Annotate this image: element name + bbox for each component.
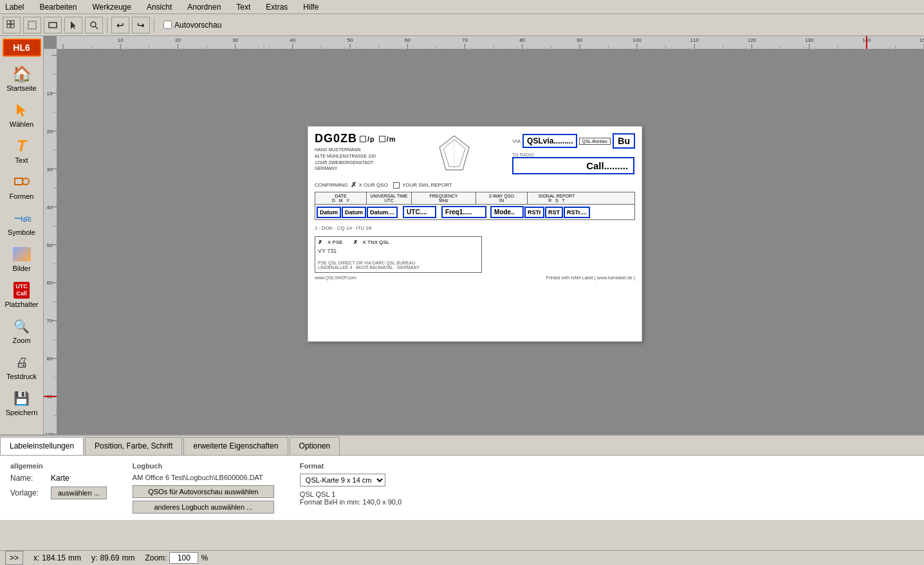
allgemein-section: allgemein Name: Karte Vorlage: auswählen… [10,462,107,514]
x-mark: ✗ [351,181,356,189]
date-m-field[interactable]: Datum [342,207,366,218]
bureau-box[interactable]: QSL-Bureau: [579,138,611,145]
home-icon: 🏠 [12,64,32,84]
format-dropdown[interactable]: QSL-Karte 9 x 14 cm [300,474,385,486]
zoom-input[interactable] [169,552,198,564]
sidebar-item-speichern[interactable]: 💾 Speichern [3,385,41,420]
sidebar-item-text[interactable]: T Text [3,133,41,167]
freq-field[interactable]: Freq1..... [441,206,486,218]
qso-autovorschau-btn[interactable]: QSOs für Autovorschau auswählen [133,485,274,498]
anderes-logbuch-btn[interactable]: anderes Logbuch auswählen ... [133,501,274,514]
col-utc: UNIVERSAL TIMEUTC [367,192,412,204]
status-bar: >> x: 184.15 mm y: 89.69 mm Zoom: % [0,550,924,565]
formen-icon [12,172,32,192]
cursor-btn[interactable] [64,17,82,33]
y-label: y: [91,553,97,562]
card-address: HANS MUSTERMANN ALTE MÜHLENSTRASSE 100 1… [315,147,396,172]
platzhalter-label: Platzhalter [5,301,39,308]
sidebar-item-testdruck[interactable]: 🖨 Testdruck [3,349,41,384]
card-bottom-area: J · DOK · CQ 14 · ITU 28 ✗ X PSE ✗ X TNX… [308,220,642,282]
bu-box[interactable]: Bu [613,133,635,149]
wahlen-label: Wählen [10,120,33,128]
tab-position-farbe[interactable]: Position, Farbe, Schrift [85,437,182,455]
bottom-addr: PSE QSL DIRECT OR VIA DARC QSL BUREAU LI… [318,261,479,270]
y-unit: mm [122,553,134,562]
hl6-label: HL6 [13,42,30,53]
tnx-check: ✗ [353,239,358,245]
svg-text:80: 80 [47,356,53,362]
sidebar-item-hl6[interactable]: HL6 [3,39,41,57]
svg-text:10: 10 [47,91,53,97]
sidebar-item-formen[interactable]: Formen [3,169,41,203]
mode-field[interactable]: Mode.. [490,206,524,218]
rst2-field[interactable]: RST [545,207,563,218]
ruler-top: 102030405060708090100110120130140150 [57,36,924,49]
undo-btn[interactable]: ↩ [111,17,129,33]
tab-labeleinstellungen[interactable]: Labeleinstellungen [0,437,84,455]
autopreview-checkbox[interactable] [163,21,172,29]
diamond-svg [438,134,470,173]
utc-field[interactable]: UTC.... [403,206,436,218]
swl-checkbox [393,182,400,189]
expand-btn[interactable]: >> [5,551,23,565]
svg-rect-4 [28,21,36,29]
x-coord: x: 184.15 mm [33,553,81,562]
sidebar-item-zoom[interactable]: 🔍 Zoom [3,313,41,347]
qsl-via-box[interactable]: QSLvia......... [522,134,577,148]
select-rect-btn[interactable] [23,17,41,33]
autopreview-label[interactable]: Autovorschau [174,21,221,30]
y-coord: y: 89.69 mm [91,553,134,562]
tab-erweitert[interactable]: erweiterte Eigenschaften [183,437,288,455]
svg-text:20: 20 [47,129,53,134]
qso-table: DATED M Y UNIVERSAL TIMEUTC FREQUENCYMHz… [315,192,635,220]
bottom-text: J · DOK · CQ 14 · ITU 28 ✗ X PSE ✗ X TNX… [315,223,482,280]
menu-ansicht[interactable]: Ansicht [144,1,174,13]
sidebar-item-symbole[interactable]: ~ NRDF Symbole [3,205,41,239]
sidebar-item-startseite[interactable]: 🏠 Startseite [3,60,41,95]
col-qso: 2-WAY QSOIN [476,192,528,204]
redo-btn[interactable]: ↪ [132,17,150,33]
svg-text:40: 40 [47,205,53,210]
menu-label[interactable]: Label [3,1,26,13]
svg-rect-180 [44,49,57,434]
svg-rect-1 [11,21,14,24]
svg-text:70: 70 [462,37,468,43]
tab-optionen[interactable]: Optionen [290,437,340,455]
svg-text:10: 10 [118,37,124,43]
sidebar-item-bilder[interactable]: Bilder [3,241,41,275]
vorlage-label: Vorlage: [10,488,46,497]
y-value: 89.69 [100,553,119,562]
menu-bearbeiten[interactable]: Bearbeiten [37,1,79,13]
call-field[interactable]: Call......... [512,157,634,174]
printed-with: Printed with HAM Label ( www.hamlabel.de… [546,223,635,280]
menu-werkzeuge[interactable]: Werkzeuge [89,1,133,13]
menu-text[interactable]: Text [234,1,253,13]
svg-text:130: 130 [805,37,814,43]
menu-anordnen[interactable]: Anordnen [185,1,223,13]
zoom-btn[interactable] [85,17,103,33]
canvas[interactable]: DG0ZB /p /m HANS MUSTERMANN ALTE MÜHLENS… [57,49,924,434]
qso-data-row: Datum Datum Datum.... UTC.... Freq1.....… [315,205,634,219]
rst1-field[interactable]: RSTr [524,207,544,218]
svg-text:50: 50 [47,243,53,248]
date-y-field[interactable]: Datum.... [367,207,398,218]
logbuch-section: Logbuch AM Office 6 Test\Logbuch\LB60000… [133,462,274,514]
sidebar-item-platzhalter[interactable]: UTCCall Platzhalter [3,277,41,311]
svg-rect-12 [57,36,924,49]
vorlage-btn[interactable]: auswählen ... [51,486,107,499]
vorlage-row: Vorlage: auswählen ... [10,486,107,499]
col-date: DATED M Y [315,192,367,204]
grid-btn[interactable] [3,17,21,33]
date-d-field[interactable]: Datum [317,207,341,218]
menu-hilfe[interactable]: Hilfe [300,1,321,13]
checkbox-m [379,136,385,142]
menu-extras[interactable]: Extras [263,1,290,13]
sidebar-item-wahlen[interactable]: Wählen [3,97,41,131]
to-radio-section: TO RADIO Call......... [512,153,634,174]
autopreview-checkbox-group[interactable]: Autovorschau [163,21,221,30]
rect-btn[interactable] [44,17,62,33]
qsl-card[interactable]: DG0ZB /p /m HANS MUSTERMANN ALTE MÜHLENS… [308,126,642,342]
rst3-field[interactable]: RSTr.... [564,207,590,218]
svg-point-6 [91,22,96,27]
svg-rect-3 [11,24,14,28]
